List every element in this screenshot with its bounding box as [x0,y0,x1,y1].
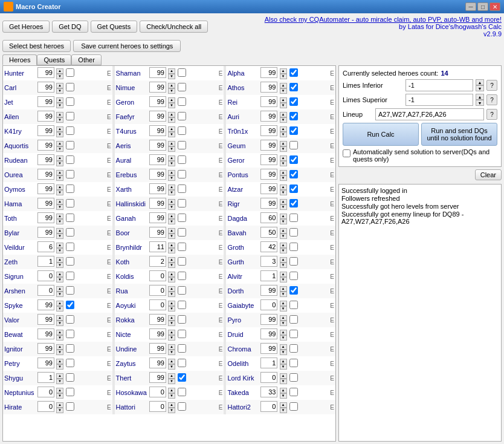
hero-up-btn[interactable]: ▲ [168,301,175,306]
hero-checkbox[interactable] [66,373,74,382]
check-uncheck-button[interactable]: Check/Uncheck all [140,21,208,33]
hero-checkbox[interactable] [289,344,298,353]
hero-input[interactable] [37,140,54,151]
hero-input[interactable] [149,343,166,354]
hero-input[interactable] [260,96,277,107]
cqautomater-link[interactable]: Also check my CQAutomater - auto miracle… [265,16,502,23]
hero-up-btn[interactable]: ▲ [56,243,63,248]
hero-input[interactable] [149,183,166,194]
hero-down-btn[interactable]: ▼ [56,408,63,413]
hero-input[interactable] [149,357,166,368]
hero-up-btn[interactable]: ▲ [168,373,175,379]
hero-input[interactable] [149,154,166,165]
hero-checkbox[interactable] [178,286,186,295]
hero-checkbox[interactable] [178,155,186,164]
hero-down-btn[interactable]: ▼ [280,88,287,94]
hero-up-btn[interactable]: ▲ [168,126,175,132]
hero-checkbox[interactable] [289,359,298,367]
hero-down-btn[interactable]: ▼ [280,408,287,413]
hero-input[interactable] [37,387,54,397]
hero-checkbox[interactable] [178,184,186,193]
hero-up-btn[interactable]: ▲ [56,344,63,350]
hero-checkbox[interactable] [178,388,186,396]
hero-down-btn[interactable]: ▼ [280,233,287,239]
hero-up-btn[interactable]: ▲ [168,402,175,408]
hero-down-btn[interactable]: ▼ [56,161,63,166]
hero-up-btn[interactable]: ▲ [56,402,63,408]
hero-up-btn[interactable]: ▲ [56,228,63,233]
hero-up-btn[interactable]: ▲ [168,257,175,263]
hero-input[interactable] [37,343,54,354]
hero-input[interactable] [37,401,54,412]
hero-checkbox[interactable] [66,214,74,222]
minimize-button[interactable]: ─ [465,2,476,11]
hero-checkbox[interactable] [289,330,298,338]
hero-down-btn[interactable]: ▼ [280,103,287,108]
hero-down-btn[interactable]: ▼ [56,219,63,224]
save-settings-button[interactable]: Save current heroes to settings [73,40,181,52]
hero-up-btn[interactable]: ▲ [56,373,63,379]
hero-down-btn[interactable]: ▼ [56,292,63,297]
hero-up-btn[interactable]: ▲ [280,228,287,233]
hero-input[interactable] [260,67,277,78]
hero-down-btn[interactable]: ▼ [168,132,175,137]
hero-up-btn[interactable]: ▲ [168,286,175,292]
hero-input[interactable] [149,111,166,122]
hero-down-btn[interactable]: ▼ [56,321,63,326]
limes-superior-help[interactable]: ? [486,94,497,105]
hero-checkbox[interactable] [66,330,74,338]
hero-down-btn[interactable]: ▼ [280,393,287,399]
hero-down-btn[interactable]: ▼ [168,190,175,195]
hero-checkbox[interactable] [66,141,74,149]
hero-input[interactable] [37,111,54,122]
hero-input[interactable] [260,314,277,325]
hero-input[interactable] [37,314,54,325]
hero-input[interactable] [37,285,54,296]
hero-checkbox[interactable] [178,83,186,91]
hero-input[interactable] [37,169,54,180]
hero-input[interactable] [149,328,166,339]
hero-checkbox[interactable] [178,170,186,178]
hero-up-btn[interactable]: ▲ [56,97,63,103]
hero-checkbox[interactable] [66,243,74,251]
hero-down-btn[interactable]: ▼ [56,190,63,195]
hero-checkbox[interactable] [178,315,186,324]
hero-input[interactable] [149,67,166,78]
hero-input[interactable] [149,314,166,325]
hero-down-btn[interactable]: ▼ [56,277,63,282]
hero-input[interactable] [260,227,277,238]
hero-checkbox[interactable] [289,286,298,295]
lineup-help[interactable]: ? [486,109,497,120]
hero-down-btn[interactable]: ▼ [56,364,63,370]
hero-up-btn[interactable]: ▲ [56,272,63,277]
hero-input[interactable] [260,212,277,223]
hero-up-btn[interactable]: ▲ [56,359,63,364]
hero-up-btn[interactable]: ▲ [168,112,175,117]
hero-checkbox[interactable] [178,243,186,251]
hero-input[interactable] [260,328,277,339]
hero-input[interactable] [37,96,54,107]
hero-checkbox[interactable] [66,388,74,396]
hero-up-btn[interactable]: ▲ [168,272,175,277]
hero-down-btn[interactable]: ▼ [168,335,175,341]
hero-down-btn[interactable]: ▼ [56,132,63,137]
hero-down-btn[interactable]: ▼ [280,292,287,297]
hero-up-btn[interactable]: ▲ [280,272,287,277]
hero-checkbox[interactable] [289,97,298,106]
hero-down-btn[interactable]: ▼ [280,132,287,137]
hero-up-btn[interactable]: ▲ [56,257,63,263]
hero-checkbox[interactable] [289,184,298,193]
hero-up-btn[interactable]: ▲ [168,68,175,74]
hero-checkbox[interactable] [66,184,74,193]
run-calc-button[interactable]: Run Calc [343,123,419,146]
hero-input[interactable] [149,169,166,180]
hero-up-btn[interactable]: ▲ [168,155,175,161]
hero-up-btn[interactable]: ▲ [168,214,175,219]
hero-checkbox[interactable] [289,68,298,77]
hero-checkbox[interactable] [66,155,74,164]
hero-up-btn[interactable]: ▲ [56,214,63,219]
hero-down-btn[interactable]: ▼ [168,88,175,94]
hero-input[interactable] [260,343,277,354]
hero-down-btn[interactable]: ▼ [168,408,175,413]
hero-up-btn[interactable]: ▲ [56,286,63,292]
